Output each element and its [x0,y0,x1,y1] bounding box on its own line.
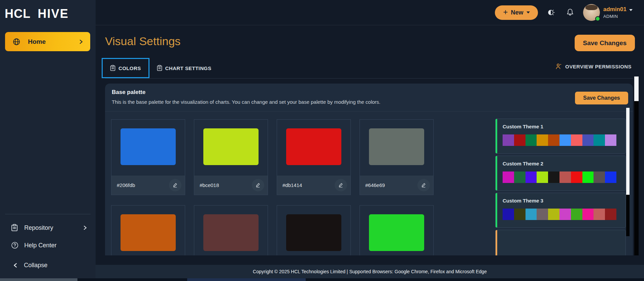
notifications-bell-button[interactable] [564,7,576,18]
palette-color-card [360,205,434,255]
horizontal-scrollbar[interactable] [0,278,644,281]
sidebar-item-repository[interactable]: Repository [0,219,96,237]
app-root: HCL HIVE Home [0,0,644,281]
theme-color-cell [594,171,605,183]
theme-color-cell [514,209,526,220]
save-changes-button[interactable]: Save Changes [575,35,635,51]
custom-theme-card[interactable] [495,230,626,255]
custom-theme-card[interactable]: Custom Theme 3 [495,193,626,228]
theme-color-cell [571,134,582,146]
theme-color-cell [537,134,548,146]
color-card-footer: #206fdb [111,176,185,195]
color-swatch [121,214,176,251]
edit-color-button[interactable] [252,179,264,191]
brand-logo: HCL HIVE [0,0,96,21]
plus-icon: + [503,8,508,16]
palette-color-card: #206fdb [111,119,185,195]
tabs: COLORS CHART SETTINGS [102,58,219,78]
theme-color-strip [503,209,616,220]
theme-color-cell [503,134,514,146]
palette-color-card: #bce018 [194,119,268,195]
question-circle-icon [11,242,20,249]
theme-contrast-toggle[interactable] [545,7,557,18]
sidebar-collapse-button[interactable]: Collapse [0,257,96,274]
card-divider [105,111,633,112]
theme-color-strip [503,171,616,183]
custom-themes-panel: Custom Theme 1 Custom Theme 2 Custom The… [495,119,626,255]
color-hex-label: #db1414 [282,182,302,188]
color-swatch [369,214,424,251]
scrollbar-thumb[interactable] [187,278,306,281]
theme-accent-bar [496,119,497,153]
edit-color-button[interactable] [335,179,347,191]
palette-color-card [277,205,351,255]
theme-color-cell [605,171,616,183]
repository-label: Repository [24,224,53,231]
tab-colors[interactable]: COLORS [102,58,149,78]
brand-secondary: HIVE [38,7,69,21]
scrollbar-thumb[interactable] [0,278,77,281]
tabs-divider [105,78,633,79]
theme-color-cell [560,209,571,220]
collapse-label: Collapse [24,262,47,269]
online-status-dot [595,16,600,21]
theme-color-cell [605,209,616,220]
color-swatch [286,214,341,251]
color-swatch [203,214,259,251]
color-swatch [286,128,341,165]
sidebar: HCL HIVE Home [0,0,96,281]
card-title: Base palette [112,89,145,96]
theme-color-cell [560,171,571,183]
theme-color-cell [548,134,560,146]
custom-theme-card[interactable]: Custom Theme 2 [495,156,626,191]
theme-color-cell [605,134,616,146]
new-button[interactable]: + New [495,5,538,20]
overview-permissions-link[interactable]: OVERVIEW PERMISSIONS [555,63,632,70]
theme-color-cell [526,134,537,146]
custom-theme-card[interactable]: Custom Theme 1 [495,119,626,154]
tab-chart-settings[interactable]: CHART SETTINGS [149,59,219,77]
theme-name: Custom Theme 2 [503,161,543,166]
palette-color-card: #db1414 [277,119,351,195]
theme-color-cell [503,171,514,183]
color-swatch [121,128,176,165]
user-menu[interactable]: admin01 ADMIN [603,6,633,19]
palette-color-card: #646e69 [360,119,434,195]
color-card-footer: #db1414 [277,176,350,195]
person-star-icon [555,63,562,70]
card-save-changes-button[interactable]: Save Changes [575,92,628,104]
sidebar-item-home[interactable]: Home [5,32,90,51]
theme-color-cell [514,171,526,183]
base-palette-card: Base palette This is the base palette fo… [105,84,633,255]
chevron-right-icon [79,39,83,44]
theme-color-cell [548,171,560,183]
edit-color-button[interactable] [169,179,181,191]
theme-name: Custom Theme 1 [503,124,543,129]
theme-accent-bar [496,193,497,227]
theme-color-cell [526,209,537,220]
scrollbar-track [626,195,630,236]
palette-grid: #206fdb #bce018 #db1414 [111,119,434,255]
footer: Copyright © 2025 HCL Technologies Limite… [96,265,644,278]
tab-chart-settings-label: CHART SETTINGS [165,65,211,71]
edit-color-button[interactable] [417,179,430,191]
caret-down-icon [527,11,530,13]
clipboard-icon [110,65,115,71]
theme-name: Custom Theme 3 [503,198,543,204]
user-avatar-button[interactable] [583,4,600,21]
chevron-right-icon [83,225,88,230]
sidebar-item-help-center[interactable]: Help Center [0,237,96,254]
page-title: Visual Settings [105,35,180,48]
scrollbar-thumb[interactable] [626,108,630,195]
themes-scrollbar[interactable] [626,108,630,236]
palette-color-card [194,205,268,255]
theme-color-cell [514,134,526,146]
color-card-footer: #646e69 [360,176,433,195]
content-scrollbar[interactable] [634,76,639,255]
tab-colors-label: COLORS [118,65,141,71]
scrollbar-thumb[interactable] [634,76,639,101]
theme-color-cell [548,209,560,220]
theme-color-cell [571,209,582,220]
theme-color-cell [594,134,605,146]
brand-primary: HCL [5,7,31,21]
